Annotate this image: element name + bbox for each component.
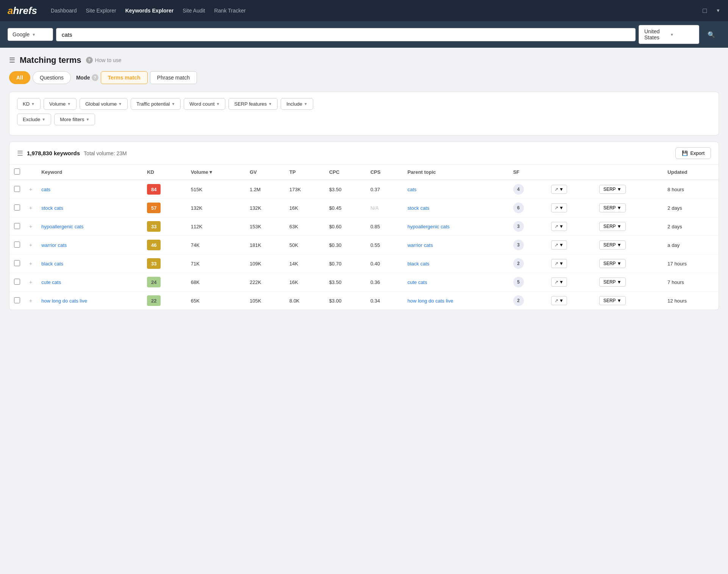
row-parent-topic[interactable]: hypoallergenic cats <box>403 217 509 236</box>
row-trend-cell[interactable]: ↗ ▼ <box>547 180 595 199</box>
tab-questions[interactable]: Questions <box>33 71 71 84</box>
row-keyword[interactable]: how long do cats live <box>37 292 142 310</box>
add-keyword-icon[interactable]: + <box>29 186 32 192</box>
row-serp-cell[interactable]: SERP ▼ <box>595 292 663 310</box>
trend-button[interactable]: ↗ ▼ <box>551 296 567 305</box>
col-volume[interactable]: Volume ▾ <box>186 165 245 180</box>
serp-button[interactable]: SERP ▼ <box>599 240 626 250</box>
parent-topic-link[interactable]: cute cats <box>408 279 427 285</box>
keyword-link[interactable]: how long do cats live <box>41 298 87 304</box>
row-trend-cell[interactable]: ↗ ▼ <box>547 273 595 292</box>
row-trend-cell[interactable]: ↗ ▼ <box>547 217 595 236</box>
trend-button[interactable]: ↗ ▼ <box>551 278 567 287</box>
nav-rank-tracker[interactable]: Rank Tracker <box>214 6 245 15</box>
serp-button[interactable]: SERP ▼ <box>599 222 626 231</box>
tab-all[interactable]: All <box>9 71 30 84</box>
filter-global-volume[interactable]: Global volume▼ <box>80 98 128 110</box>
window-icon[interactable]: □ <box>703 7 707 15</box>
row-trend-cell[interactable]: ↗ ▼ <box>547 236 595 254</box>
serp-button[interactable]: SERP ▼ <box>599 278 626 287</box>
row-serp-cell[interactable]: SERP ▼ <box>595 199 663 217</box>
row-parent-topic[interactable]: black cats <box>403 254 509 273</box>
trend-button[interactable]: ↗ ▼ <box>551 222 567 231</box>
export-button[interactable]: 💾 Export <box>675 147 711 159</box>
row-serp-cell[interactable]: SERP ▼ <box>595 180 663 199</box>
keyword-link[interactable]: stock cats <box>41 205 63 211</box>
row-trend-cell[interactable]: ↗ ▼ <box>547 292 595 310</box>
filter-volume[interactable]: Volume▼ <box>44 98 77 110</box>
filter-more-filters[interactable]: More filters▼ <box>54 114 95 125</box>
add-keyword-icon[interactable]: + <box>29 242 32 248</box>
filter-kd[interactable]: KD▼ <box>17 98 41 110</box>
nav-keywords-explorer[interactable]: Keywords Explorer <box>125 6 174 15</box>
row-checkbox[interactable] <box>14 279 20 285</box>
row-parent-topic[interactable]: warrior cats <box>403 236 509 254</box>
row-checkbox-cell[interactable] <box>9 217 25 236</box>
tab-phrase-match[interactable]: Phrase match <box>150 71 197 84</box>
parent-topic-link[interactable]: how long do cats live <box>408 298 453 304</box>
row-add-cell[interactable]: + <box>25 180 37 199</box>
row-add-cell[interactable]: + <box>25 199 37 217</box>
row-keyword[interactable]: warrior cats <box>37 236 142 254</box>
nav-site-explorer[interactable]: Site Explorer <box>86 6 116 15</box>
row-checkbox[interactable] <box>14 297 20 303</box>
row-add-cell[interactable]: + <box>25 236 37 254</box>
row-add-cell[interactable]: + <box>25 292 37 310</box>
logo[interactable]: ahrefs <box>8 5 37 17</box>
row-keyword[interactable]: stock cats <box>37 199 142 217</box>
parent-topic-link[interactable]: hypoallergenic cats <box>408 224 450 229</box>
row-checkbox-cell[interactable] <box>9 199 25 217</box>
row-checkbox-cell[interactable] <box>9 273 25 292</box>
row-keyword[interactable]: hypoallergenic cats <box>37 217 142 236</box>
row-parent-topic[interactable]: how long do cats live <box>403 292 509 310</box>
col-kd[interactable]: KD <box>142 165 186 180</box>
row-keyword[interactable]: cute cats <box>37 273 142 292</box>
add-keyword-icon[interactable]: + <box>29 223 32 229</box>
select-all-header[interactable] <box>9 165 25 180</box>
row-trend-cell[interactable]: ↗ ▼ <box>547 199 595 217</box>
trend-button[interactable]: ↗ ▼ <box>551 185 567 194</box>
row-serp-cell[interactable]: SERP ▼ <box>595 236 663 254</box>
keyword-link[interactable]: hypoallergenic cats <box>41 224 83 229</box>
serp-button[interactable]: SERP ▼ <box>599 296 626 305</box>
select-all-checkbox[interactable] <box>14 168 20 175</box>
row-serp-cell[interactable]: SERP ▼ <box>595 273 663 292</box>
row-serp-cell[interactable]: SERP ▼ <box>595 254 663 273</box>
row-keyword[interactable]: black cats <box>37 254 142 273</box>
row-add-cell[interactable]: + <box>25 217 37 236</box>
chevron-down-icon[interactable]: ▼ <box>716 8 720 13</box>
keyword-link[interactable]: cats <box>41 187 50 192</box>
nav-site-audit[interactable]: Site Audit <box>183 6 205 15</box>
parent-topic-link[interactable]: stock cats <box>408 205 430 211</box>
row-serp-cell[interactable]: SERP ▼ <box>595 217 663 236</box>
trend-button[interactable]: ↗ ▼ <box>551 240 567 250</box>
serp-button[interactable]: SERP ▼ <box>599 259 626 268</box>
row-checkbox[interactable] <box>14 223 20 229</box>
add-keyword-icon[interactable]: + <box>29 279 32 285</box>
how-to-use-link[interactable]: ? How to use <box>86 57 122 64</box>
trend-button[interactable]: ↗ ▼ <box>551 203 567 212</box>
table-menu-icon[interactable]: ☰ <box>17 149 23 158</box>
tab-terms-match[interactable]: Terms match <box>101 71 148 84</box>
nav-dashboard[interactable]: Dashboard <box>51 6 77 15</box>
row-parent-topic[interactable]: cute cats <box>403 273 509 292</box>
serp-button[interactable]: SERP ▼ <box>599 203 626 212</box>
row-checkbox[interactable] <box>14 204 20 211</box>
row-add-cell[interactable]: + <box>25 254 37 273</box>
filter-serp-features[interactable]: SERP features▼ <box>228 98 278 110</box>
row-checkbox-cell[interactable] <box>9 180 25 199</box>
hamburger-icon[interactable]: ☰ <box>9 56 15 64</box>
row-checkbox[interactable] <box>14 260 20 266</box>
keyword-link[interactable]: black cats <box>41 261 63 267</box>
search-button[interactable]: 🔍 <box>702 28 720 41</box>
row-add-cell[interactable]: + <box>25 273 37 292</box>
filter-word-count[interactable]: Word count▼ <box>184 98 225 110</box>
filter-traffic-potential[interactable]: Traffic potential▼ <box>131 98 181 110</box>
engine-select[interactable]: Google ▼ <box>8 28 53 41</box>
row-parent-topic[interactable]: stock cats <box>403 199 509 217</box>
add-keyword-icon[interactable]: + <box>29 260 32 267</box>
row-checkbox-cell[interactable] <box>9 254 25 273</box>
row-keyword[interactable]: cats <box>37 180 142 199</box>
trend-button[interactable]: ↗ ▼ <box>551 259 567 268</box>
row-parent-topic[interactable]: cats <box>403 180 509 199</box>
